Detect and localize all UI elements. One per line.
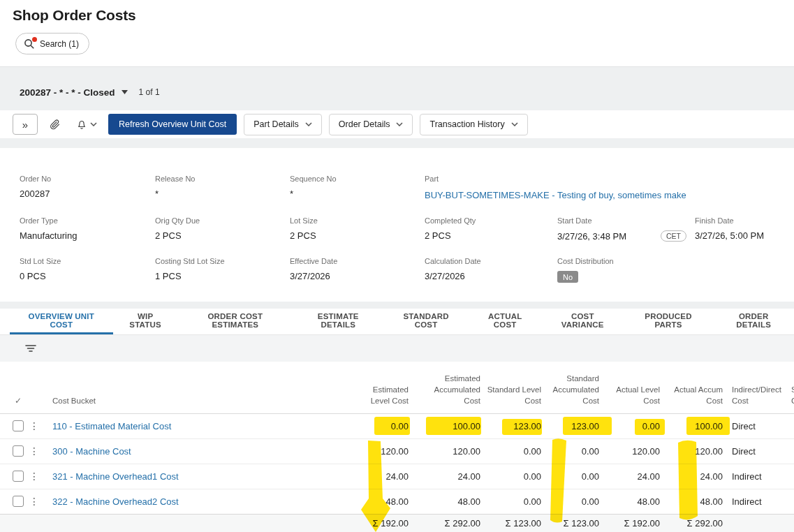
page-header: Shop Order Costs Search (1) <box>0 0 794 66</box>
search-icon <box>24 38 35 50</box>
tab-standard-cost[interactable]: STANDARD COST <box>384 309 469 334</box>
record-selector-value: 200287 - * - * - Closed <box>20 87 115 98</box>
bell-icon <box>76 119 87 131</box>
chevron-down-icon <box>511 122 518 126</box>
order-details-menu[interactable]: Order Details <box>329 114 413 135</box>
tab-order-cost-estimates[interactable]: ORDER COST ESTIMATES <box>178 309 293 334</box>
tab-bar: OVERVIEW UNIT COST WIP STATUS ORDER COST… <box>0 309 794 335</box>
total-estimated-level-cost: Σ 192.00 <box>346 514 409 532</box>
col-cost-bucket: Cost Bucket <box>49 362 346 413</box>
tab-section: OVERVIEW UNIT COST WIP STATUS ORDER COST… <box>0 309 794 532</box>
field-finish-date: Finish Date 3/27/26, 5:00 PM <box>695 216 794 242</box>
total-standard-level-cost: Σ 123.00 <box>480 514 541 532</box>
notifications-button[interactable] <box>72 116 101 133</box>
field-calculation-date: Calculation Date 3/27/2026 <box>425 257 557 283</box>
row-menu-icon[interactable]: ⋮ <box>29 496 39 507</box>
cell-indirect-direct: Direct <box>723 438 784 464</box>
search-button[interactable]: Search (1) <box>15 33 89 54</box>
chevron-down-icon <box>90 122 97 126</box>
cell-standard-accumulated-cost: 0.00 <box>541 464 599 489</box>
table-toolbar <box>0 335 794 362</box>
transaction-history-label: Transaction History <box>429 119 504 129</box>
chevron-down-icon <box>396 122 403 126</box>
cost-bucket-link[interactable]: 110 - Estimated Material Cost <box>52 421 171 431</box>
record-selector[interactable]: 200287 - * - * - Closed <box>20 87 128 98</box>
search-label: Search (1) <box>40 39 79 49</box>
cell-standard-level-cost: 0.00 <box>480 489 541 514</box>
cell-estimated-accumulated-cost: 24.00 <box>409 464 480 489</box>
timezone-badge: CET <box>661 230 686 242</box>
shop-order-form: Order No 200287 Release No * Sequence No… <box>0 148 794 302</box>
paperclip-icon <box>49 119 61 131</box>
tab-actual-cost[interactable]: ACTUAL COST <box>469 309 542 334</box>
tab-order-details[interactable]: ORDER DETAILS <box>713 309 794 334</box>
attachments-button[interactable] <box>45 116 65 133</box>
tab-cost-variance[interactable]: COST VARIANCE <box>542 309 624 334</box>
cost-bucket-table: ✓ Cost Bucket Estimated Level Cost Estim… <box>0 362 794 532</box>
notification-dot-icon <box>32 37 37 42</box>
cell-actual-level-cost: 120.00 <box>599 438 660 464</box>
page-title: Shop Order Costs <box>13 7 794 24</box>
field-start-date: Start Date 3/27/26, 3:48 PM CET <box>557 216 695 242</box>
cell-estimated-level-cost: 0.00 <box>346 413 409 438</box>
caret-down-icon <box>122 90 128 94</box>
field-order-no: Order No 200287 <box>20 175 155 201</box>
transaction-history-menu[interactable]: Transaction History <box>420 114 527 135</box>
field-part: Part BUY-BUT-SOMETIMES-MAKE - Testing of… <box>425 175 794 201</box>
field-effective-date: Effective Date 3/27/2026 <box>290 257 425 283</box>
table-row: ⋮ 110 - Estimated Material Cost 0.00 100… <box>0 413 794 438</box>
cell-standard-level-cost: 0.00 <box>480 438 541 464</box>
row-menu-icon[interactable]: ⋮ <box>29 420 39 431</box>
cell-standard-level-cost: 123.00 <box>480 413 541 438</box>
cost-bucket-link[interactable]: 300 - Machine Cost <box>52 446 131 457</box>
cell-indirect-direct: Indirect <box>723 464 784 489</box>
table-row: ⋮ 321 - Machine Overhead1 Cost 24.00 24.… <box>0 464 794 489</box>
cell-actual-accum-cost: 120.00 <box>660 438 723 464</box>
col-clipped: S C <box>784 362 794 413</box>
cell-estimated-level-cost: 24.00 <box>346 464 409 489</box>
select-all-check[interactable]: ✓ <box>0 362 29 413</box>
total-estimated-accumulated-cost: Σ 292.00 <box>409 514 480 532</box>
cost-distribution-badge: No <box>557 271 578 283</box>
refresh-overview-unit-cost-button[interactable]: Refresh Overview Unit Cost <box>108 114 237 135</box>
field-sequence-no: Sequence No * <box>290 175 425 201</box>
part-details-menu[interactable]: Part Details <box>244 114 322 135</box>
filter-button[interactable] <box>25 343 36 353</box>
cell-standard-accumulated-cost: 123.00 <box>541 413 599 438</box>
col-estimated-accumulated-cost: Estimated Accumulated Cost <box>409 362 480 413</box>
row-checkbox[interactable] <box>13 471 24 482</box>
row-checkbox[interactable] <box>13 420 24 431</box>
cell-actual-level-cost: 0.00 <box>599 413 660 438</box>
cell-actual-level-cost: 24.00 <box>599 464 660 489</box>
row-checkbox[interactable] <box>13 496 24 507</box>
cell-estimated-accumulated-cost: 100.00 <box>409 413 480 438</box>
field-std-lot-size: Std Lot Size 0 PCS <box>20 257 155 283</box>
tab-overview-unit-cost[interactable]: OVERVIEW UNIT COST <box>10 309 113 334</box>
field-order-type: Order Type Manufacturing <box>20 216 155 242</box>
tab-produced-parts[interactable]: PRODUCED PARTS <box>624 309 714 334</box>
cell-estimated-accumulated-cost: 48.00 <box>409 489 480 514</box>
start-date-value: 3/27/26, 3:48 PM <box>557 231 626 242</box>
cell-estimated-level-cost: 120.00 <box>346 438 409 464</box>
row-menu-icon[interactable]: ⋮ <box>29 445 39 457</box>
row-menu-icon[interactable]: ⋮ <box>29 471 39 482</box>
cost-bucket-link[interactable]: 322 - Machine Overhead2 Cost <box>52 496 179 507</box>
cell-indirect-direct: Direct <box>723 413 784 438</box>
tab-estimate-details[interactable]: ESTIMATE DETAILS <box>293 309 384 334</box>
order-details-label: Order Details <box>339 119 390 129</box>
total-actual-level-cost: Σ 192.00 <box>599 514 660 532</box>
filter-icon <box>25 343 36 353</box>
row-checkbox[interactable] <box>13 445 24 457</box>
cell-standard-level-cost: 0.00 <box>480 464 541 489</box>
tab-wip-status[interactable]: WIP STATUS <box>113 309 178 334</box>
cost-bucket-link[interactable]: 321 - Machine Overhead1 Cost <box>52 471 179 482</box>
part-link[interactable]: BUY-BUT-SOMETIMES-MAKE - Testing of buy,… <box>425 190 686 200</box>
table-row: ⋮ 322 - Machine Overhead2 Cost 48.00 48.… <box>0 489 794 514</box>
total-actual-accum-cost: Σ 292.00 <box>660 514 723 532</box>
field-lot-size: Lot Size 2 PCS <box>290 216 425 242</box>
col-actual-accum-cost: Actual Accum Cost <box>660 362 723 413</box>
expand-button[interactable]: » <box>13 114 38 135</box>
table-row: ⋮ 300 - Machine Cost 120.00 120.00 0.00 … <box>0 438 794 464</box>
cell-indirect-direct: Indirect <box>723 489 784 514</box>
content-area: 200287 - * - * - Closed 1 of 1 » Refresh… <box>0 66 794 532</box>
